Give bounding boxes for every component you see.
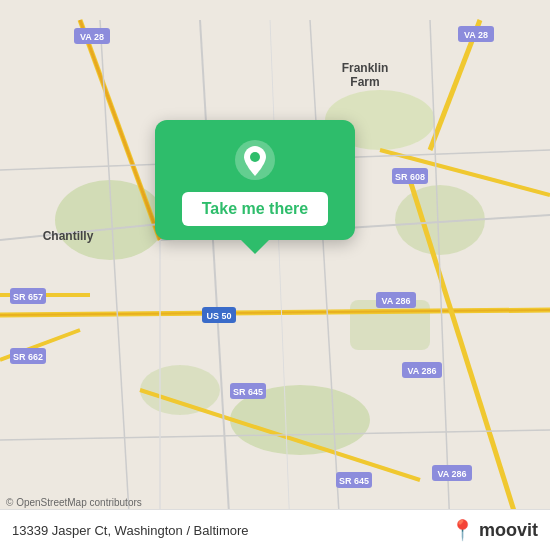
map-popup: Take me there: [155, 120, 355, 240]
svg-point-3: [140, 365, 220, 415]
svg-text:Franklin: Franklin: [342, 61, 389, 75]
moovit-logo: 📍 moovit: [450, 518, 538, 542]
svg-point-52: [250, 152, 260, 162]
location-pin-icon: [233, 138, 277, 182]
moovit-logo-text: moovit: [479, 520, 538, 541]
svg-line-17: [200, 20, 230, 530]
svg-text:VA 286: VA 286: [407, 366, 436, 376]
map-svg: VA 28 VA 28 SR 608 US 50 VA 286 VA 286 V…: [0, 0, 550, 550]
map-background: VA 28 VA 28 SR 608 US 50 VA 286 VA 286 V…: [0, 0, 550, 550]
svg-text:VA 286: VA 286: [437, 469, 466, 479]
svg-text:Chantilly: Chantilly: [43, 229, 94, 243]
svg-text:SR 657: SR 657: [13, 292, 43, 302]
svg-text:Farm: Farm: [350, 75, 379, 89]
bottom-bar: 13339 Jasper Ct, Washington / Baltimore …: [0, 509, 550, 550]
svg-text:US 50: US 50: [206, 311, 231, 321]
osm-credit: © OpenStreetMap contributors: [6, 497, 142, 508]
svg-text:VA 28: VA 28: [464, 30, 488, 40]
map-container: VA 28 VA 28 SR 608 US 50 VA 286 VA 286 V…: [0, 0, 550, 550]
svg-text:SR 608: SR 608: [395, 172, 425, 182]
svg-text:VA 286: VA 286: [381, 296, 410, 306]
take-me-there-button[interactable]: Take me there: [182, 192, 328, 226]
moovit-pin-icon: 📍: [450, 518, 475, 542]
svg-line-21: [100, 20, 130, 530]
svg-text:SR 645: SR 645: [233, 387, 263, 397]
svg-text:VA 28: VA 28: [80, 32, 104, 42]
svg-text:SR 645: SR 645: [339, 476, 369, 486]
svg-text:SR 662: SR 662: [13, 352, 43, 362]
address-text: 13339 Jasper Ct, Washington / Baltimore: [12, 523, 249, 538]
svg-line-22: [430, 20, 450, 530]
